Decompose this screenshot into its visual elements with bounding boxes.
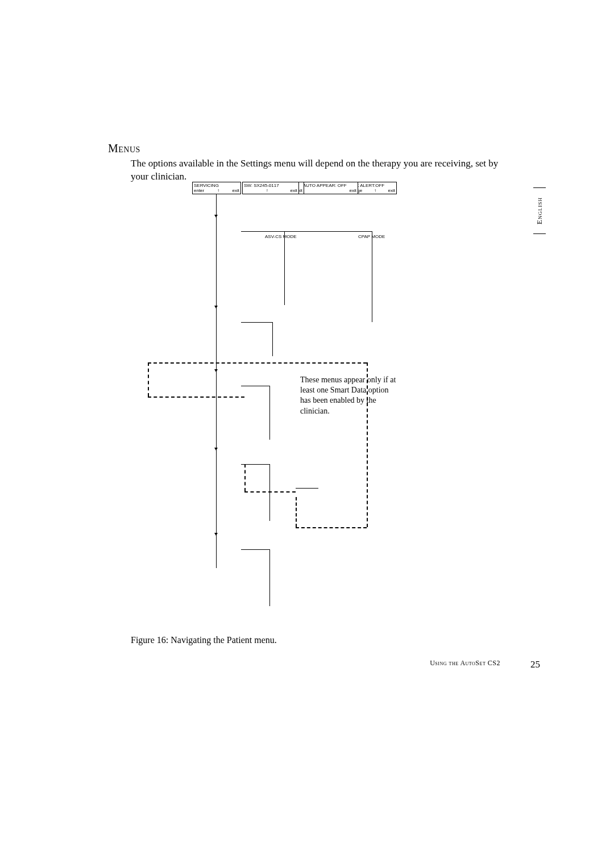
footer-section-label: Using the AutoSet CS2 [430,659,500,667]
auto-title: AUTO APPEAR: OFF [303,183,356,188]
dashed-border [148,362,367,364]
connector [269,386,270,440]
arrow-down-icon [214,448,218,450]
connector [269,549,270,606]
results-note: These menus appear only if at least one … [300,375,397,416]
box-servicing: SERVICING enter↑exit [192,182,241,194]
dashed-border [296,527,367,528]
box-sw: SW: SX245-0117 ↑exit [242,182,299,194]
page: Menus The options available in the Setti… [0,0,614,868]
spine-line [216,193,217,568]
connector [284,238,285,305]
content-block: Menus The options available in the Setti… [108,142,506,183]
sw-title: SW: SX245-0117 [244,183,297,188]
intro-paragraph: The options available in the Settings me… [131,157,506,183]
connector [241,386,269,386]
arrow-down-icon [214,369,218,372]
page-number: 25 [530,659,540,670]
connector [241,322,272,323]
dashed-border [244,491,296,493]
figure-caption: Figure 16: Navigating the Patient menu. [131,635,277,645]
arrow-down-icon [214,215,218,218]
dashed-border [296,497,297,527]
language-tab: English [533,187,546,234]
connector [241,549,269,550]
connector [269,464,270,521]
box-auto-appear: AUTO APPEAR: OFF exit [301,182,358,194]
arrow-down-icon [214,306,218,308]
dashed-border [244,464,246,491]
arrow-down-icon [214,533,218,536]
connector [241,231,372,232]
mode-asv-label: ASV-CS MODE [265,234,297,239]
connector [296,488,318,489]
connector [372,238,372,322]
connector [272,322,273,356]
menu-diagram: AUTOSET CS2 menu SETTINGS enter↓exit ASV… [154,182,449,631]
language-tab-label: English [535,197,544,224]
dashed-border [148,397,244,398]
dashed-border [148,362,149,397]
servicing-title: SERVICING [194,183,239,188]
section-heading: Menus [108,142,506,155]
